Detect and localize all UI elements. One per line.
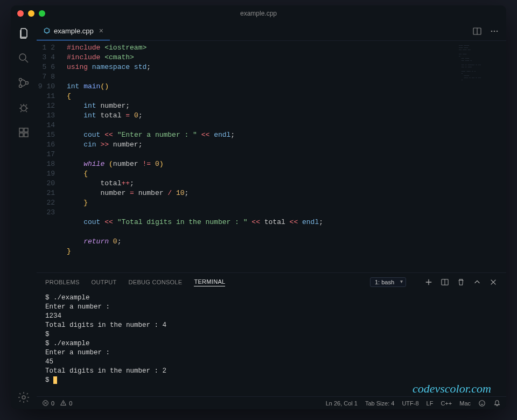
- svg-point-4: [21, 106, 26, 111]
- close-window-button[interactable]: [17, 10, 24, 17]
- more-actions-icon[interactable]: [490, 27, 499, 36]
- new-terminal-icon[interactable]: [424, 278, 433, 286]
- minimap[interactable]: ▬▬▬ ▬▬▬▬ ▬▬▬ ▬▬▬ ▬▬ ▬▬▬ ▬▬ ▬▬ ▬▬▬ ▬ ▬▬ ▬…: [459, 44, 502, 82]
- debug-icon[interactable]: [17, 101, 30, 114]
- settings-gear-icon[interactable]: [17, 391, 30, 404]
- terminal-cursor: [53, 376, 57, 384]
- status-errors[interactable]: 0: [42, 400, 54, 407]
- svg-point-2: [19, 85, 22, 88]
- svg-point-0: [19, 54, 26, 60]
- titlebar: example.cpp: [11, 5, 506, 22]
- svg-rect-7: [24, 133, 28, 137]
- panel-tab-problems[interactable]: PROBLEMS: [45, 279, 80, 285]
- maximize-window-button[interactable]: [39, 10, 45, 17]
- kill-terminal-icon[interactable]: [457, 278, 465, 286]
- window-title: example.cpp: [240, 10, 277, 17]
- status-os[interactable]: Mac: [459, 400, 471, 407]
- status-lncol[interactable]: Ln 26, Col 1: [326, 400, 358, 407]
- svg-point-1: [19, 79, 22, 81]
- watermark: codevscolor.com: [413, 384, 491, 393]
- panel-tab-terminal[interactable]: TERMINAL: [194, 278, 225, 286]
- notifications-bell-icon[interactable]: [493, 400, 501, 407]
- svg-text:+: +: [46, 30, 48, 32]
- maximize-panel-icon[interactable]: [473, 278, 481, 286]
- status-eol[interactable]: LF: [427, 400, 434, 407]
- tab-example-cpp[interactable]: + example.cpp ×: [37, 22, 110, 40]
- split-terminal-icon[interactable]: [441, 278, 449, 286]
- explorer-icon[interactable]: [17, 27, 30, 40]
- terminal-shell-select[interactable]: 1: bash: [370, 277, 406, 287]
- search-icon[interactable]: [17, 52, 30, 65]
- code-editor[interactable]: 1 2 3 4 5 6 7 8 9 10 11 12 13 14 15 16 1…: [37, 41, 506, 272]
- editor-tabbar: + example.cpp ×: [37, 22, 506, 41]
- svg-point-12: [491, 30, 493, 32]
- svg-rect-8: [24, 128, 28, 132]
- svg-point-3: [26, 82, 29, 85]
- panel-tab-debug[interactable]: DEBUG CONSOLE: [129, 279, 183, 285]
- status-lang[interactable]: C++: [441, 400, 452, 407]
- extensions-icon[interactable]: [17, 126, 30, 139]
- svg-point-14: [497, 30, 498, 32]
- code-content[interactable]: #include <iostream> #include <cmath> usi…: [64, 41, 506, 272]
- status-encoding[interactable]: UTF-8: [402, 400, 418, 407]
- status-tabsize[interactable]: Tab Size: 4: [365, 400, 394, 407]
- status-warnings[interactable]: 0: [60, 400, 72, 407]
- minimize-window-button[interactable]: [28, 10, 34, 17]
- svg-point-9: [22, 396, 25, 399]
- bottom-panel: PROBLEMS OUTPUT DEBUG CONSOLE TERMINAL 1…: [37, 272, 506, 396]
- split-editor-icon[interactable]: [473, 27, 481, 36]
- tab-label: example.cpp: [54, 27, 94, 35]
- activity-bar: [11, 22, 37, 409]
- feedback-smiley-icon[interactable]: [478, 400, 486, 407]
- panel-tab-output[interactable]: OUTPUT: [92, 279, 117, 285]
- close-panel-icon[interactable]: [489, 278, 498, 286]
- tab-close-icon[interactable]: ×: [99, 26, 103, 35]
- window-controls: [17, 10, 45, 17]
- status-bar: 0 0 Ln 26, Col 1 Tab Size: 4 UTF-8 LF C+…: [37, 396, 506, 409]
- line-numbers: 1 2 3 4 5 6 7 8 9 10 11 12 13 14 15 16 1…: [37, 41, 64, 272]
- app-window: example.cpp: [11, 5, 506, 409]
- svg-rect-5: [19, 128, 23, 132]
- svg-rect-6: [19, 133, 23, 137]
- source-control-icon[interactable]: [17, 76, 30, 89]
- svg-point-13: [494, 30, 495, 32]
- svg-point-17: [479, 400, 485, 406]
- cpp-file-icon: +: [43, 27, 51, 34]
- terminal[interactable]: $ ./example Enter a number : 1234 Total …: [37, 291, 506, 396]
